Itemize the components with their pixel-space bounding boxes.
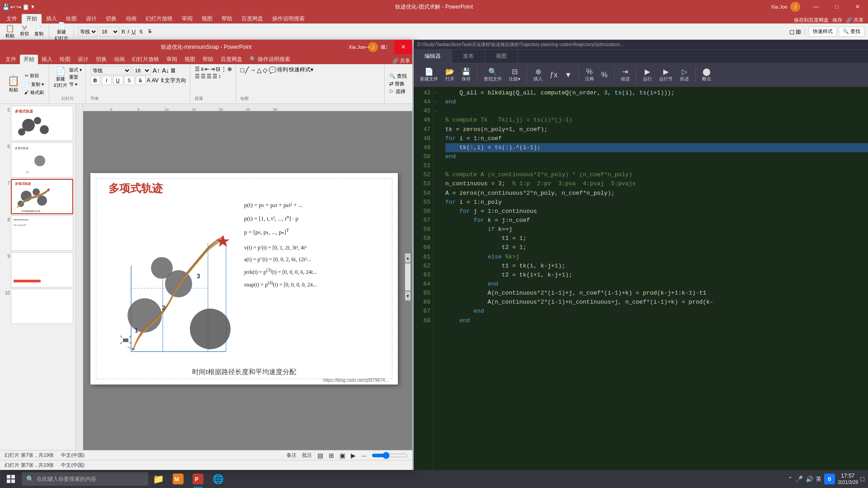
editor-tab[interactable]: 编辑器 (414, 50, 452, 63)
slideshow-view-btn[interactable]: ▶ (351, 452, 356, 459)
view-tab[interactable]: 视图 (485, 50, 518, 63)
align-left-btn[interactable]: ☰ (195, 73, 200, 80)
tray-up-btn[interactable]: ⌃ (788, 476, 793, 482)
fx-btn[interactable]: ƒx (547, 70, 560, 80)
scroll-up-btn[interactable]: ▲ (405, 253, 410, 263)
slide-preview-6[interactable]: 多项式轨迹 01 (11, 142, 73, 178)
font-color-btn[interactable]: A (147, 77, 151, 84)
shape-triangle[interactable]: △ (257, 66, 262, 74)
format-painter-btn[interactable]: 🖌 格式刷 (23, 89, 45, 96)
fg-tab-animation[interactable]: 动画 (110, 55, 128, 64)
shapes-btn[interactable]: ◻ (789, 28, 795, 35)
bg-save-baidu[interactable]: 保存到百度网盘 (794, 17, 829, 23)
fg-tab-home[interactable]: 开始 (20, 55, 38, 64)
decrease-font-btn[interactable]: A↓ (162, 67, 169, 74)
align-right-btn[interactable]: ☰ (207, 73, 212, 80)
underline-btn-fg[interactable]: U (113, 76, 123, 85)
shape-line[interactable]: ╱ (245, 66, 249, 74)
bg-tab-view[interactable]: 视图 (197, 14, 217, 23)
fg-tab-design[interactable]: 设计 (74, 55, 92, 64)
save-code-btn[interactable]: 💾保存 (459, 66, 473, 83)
fg-tab-search[interactable]: 🔍 操作说明搜索 (246, 55, 294, 64)
smartart-btn[interactable]: ⋮ (221, 66, 226, 72)
slide-item-9[interactable]: 9 (2, 252, 74, 287)
layout-btn[interactable]: 版式 ▾ (69, 67, 82, 73)
taskbar-app-matlab[interactable]: M (168, 470, 188, 488)
shape-callout[interactable]: 💬 (269, 66, 276, 74)
indent-code-btn[interactable]: ⇥缩进 (618, 66, 632, 83)
italic-btn[interactable]: I (127, 27, 129, 37)
comment-btn[interactable]: 批注 (302, 452, 312, 459)
fg-tab-help[interactable]: 帮助 (199, 55, 217, 64)
new-file-btn[interactable]: 📄新建文件 (417, 66, 441, 83)
run-advance-btn[interactable]: ▷前进 (677, 66, 692, 83)
fg-tab-view[interactable]: 视图 (181, 55, 199, 64)
text-shadow-btn[interactable]: S (137, 29, 144, 34)
bg-tab-search[interactable]: 操作说明搜索 (268, 14, 309, 23)
bg-tab-transition[interactable]: 切换 (101, 14, 121, 23)
col-btn[interactable]: ⊟ (216, 66, 220, 72)
select-btn[interactable]: ▷ 选择 (389, 88, 407, 95)
bg-share[interactable]: 🔗 共享 (846, 17, 863, 23)
bg-tab-design[interactable]: 设计 (81, 14, 101, 23)
bg-tab-animation[interactable]: 动画 (121, 14, 141, 23)
bg-tab-help[interactable]: 帮助 (217, 14, 237, 23)
slide-preview-10[interactable] (11, 289, 73, 324)
fg-close-btn[interactable]: ✕ (394, 40, 412, 54)
tray-network-icon[interactable]: 🔊 (806, 475, 813, 483)
fg-tab-file[interactable]: 文件 (2, 55, 20, 64)
run-btn[interactable]: ▶运行 (640, 66, 655, 83)
justify-btn[interactable]: ☰ (212, 73, 217, 80)
increase-font-btn[interactable]: A↑ (153, 67, 160, 74)
clear-format-btn[interactable]: Ⅲ (171, 67, 175, 74)
list-btn[interactable]: ☰ (195, 66, 200, 72)
zoom-slider[interactable] (372, 452, 408, 459)
fg-maximize-btn[interactable]: □ (376, 40, 394, 54)
shape-rect[interactable]: □ (241, 66, 244, 74)
breakpoints-btn[interactable]: ⬤断点 (699, 66, 714, 83)
find-btn-fg[interactable]: 🔍 查找 (389, 73, 407, 80)
bold-btn[interactable]: B (121, 27, 125, 37)
fg-share-btn[interactable]: 🔗 共享 (392, 57, 410, 64)
bg-minimize-btn[interactable]: — (806, 0, 826, 14)
indent-dec-btn[interactable]: ⇤ (205, 66, 209, 72)
cut-btn[interactable]: ✂️剪切 (18, 25, 31, 38)
percent-btn[interactable]: % (599, 70, 610, 80)
reset-btn[interactable]: 重置 (69, 74, 82, 80)
taskbar-app-explorer[interactable]: 📁 (148, 470, 168, 488)
align-center-btn[interactable]: ☰ (201, 73, 206, 80)
new-slide-btn[interactable]: 📄新建幻灯片 (53, 21, 70, 42)
indent-inc-btn[interactable]: ⇥ (210, 66, 215, 72)
slide-preview-7-active[interactable]: 多项式轨迹 时间t根据路径长度... (11, 179, 73, 214)
bg-tab-file[interactable]: 文件 (2, 14, 22, 23)
show-desktop-btn[interactable]: □ (861, 475, 864, 483)
bg-tab-slideshow[interactable]: 幻灯片放映 (141, 14, 177, 23)
reading-view-btn[interactable]: ▣ (340, 452, 345, 459)
num-list-btn[interactable]: ≡ (201, 66, 204, 72)
start-btn[interactable] (0, 470, 22, 488)
code-area[interactable]: Q_all = blkdiag(Q_all, computeQ(n_order,… (442, 87, 868, 470)
strikethrough-btn[interactable]: S̶ (146, 28, 153, 34)
shape-diamond[interactable]: ◇ (263, 66, 268, 74)
fg-tab-draw[interactable]: 绘图 (56, 55, 74, 64)
shadow-btn-fg[interactable]: S (124, 76, 134, 85)
quick-styles-btn[interactable]: 快速样式▾ (289, 66, 313, 74)
shape-arrow[interactable]: → (250, 66, 256, 74)
convert-btn[interactable]: ⊕ (227, 66, 232, 72)
find-file-btn[interactable]: 🔍查找文件 (481, 66, 505, 83)
slide-sorter-btn[interactable]: ⊞ (329, 452, 334, 459)
bold-btn-fg[interactable]: B (90, 76, 100, 85)
font-size-select[interactable]: 18 (99, 27, 119, 37)
slide-item-8[interactable]: 8 minimumSnap min ∫snap²dt (2, 216, 74, 251)
slide-item-6[interactable]: 6 多项式轨迹 01 (2, 142, 74, 178)
bg-save[interactable]: 保存 (832, 17, 842, 23)
slide-preview-8[interactable]: minimumSnap min ∫snap²dt (11, 216, 73, 251)
dropdown-btn[interactable]: ▼ (562, 70, 575, 80)
open-btn[interactable]: 📂打开 (443, 66, 457, 83)
copy-btn[interactable]: 📄复制 (33, 25, 45, 38)
normal-view-btn[interactable]: ▤ (317, 452, 323, 459)
section-btn[interactable]: 节 ▾ (69, 81, 82, 88)
taskbar-search[interactable]: 🔍 在此键入你要搜索的内容 (22, 472, 148, 486)
quick-style-btn[interactable]: 快速样式 (809, 27, 837, 37)
copy-btn-fg[interactable]: 📄 复制 ▾ (23, 81, 45, 88)
